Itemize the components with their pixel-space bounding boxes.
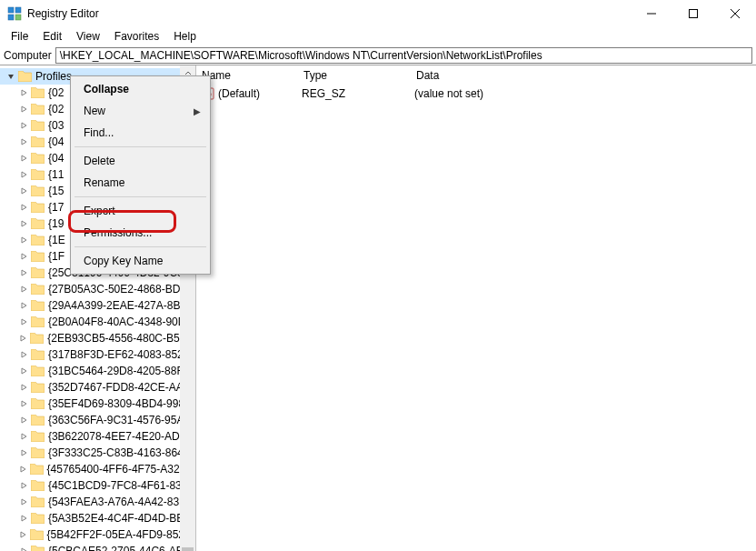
tree-node[interactable]: {2B0A04F8-40AC-4348-90D9 — [0, 314, 195, 330]
tree-node[interactable]: {5A3B52E4-4C4F-4D4D-BED( — [0, 510, 195, 526]
expander-closed-icon[interactable] — [18, 382, 29, 393]
maximize-button[interactable] — [672, 0, 714, 27]
tree-node-label: {31BC5464-29D8-4205-88FD- — [48, 365, 194, 377]
tree-node-label: {3F333C25-C83B-4163-864E- — [48, 446, 194, 459]
tree-node-label: {363C56FA-9C31-4576-95A7- — [48, 414, 194, 426]
list-row[interactable]: ab (Default) REG_SZ (value not set) — [196, 85, 756, 102]
regedit-icon — [7, 6, 22, 21]
svg-rect-1 — [15, 7, 21, 13]
expander-closed-icon[interactable] — [18, 513, 29, 524]
ctx-export[interactable]: Export — [73, 200, 208, 222]
tree-node[interactable]: {5CBCAE52-2705-44C6-AF28 — [0, 543, 195, 551]
folder-icon — [31, 136, 45, 147]
address-path-input[interactable]: \HKEY_LOCAL_MACHINE\SOFTWARE\Microsoft\W… — [55, 47, 752, 64]
tree-node-label: {11 — [48, 168, 64, 181]
minimize-button[interactable] — [631, 0, 672, 27]
menu-edit[interactable]: Edit — [35, 28, 69, 45]
tree-node[interactable]: {363C56FA-9C31-4576-95A7- — [0, 412, 195, 428]
column-type[interactable]: Type — [298, 65, 411, 85]
tree-node-label: {543FAEA3-A76A-4A42-83E0 — [48, 496, 193, 508]
expander-closed-icon[interactable] — [18, 284, 29, 295]
scroll-thumb[interactable] — [182, 547, 194, 551]
expander-closed-icon[interactable] — [18, 316, 29, 327]
expander-closed-icon[interactable] — [18, 185, 29, 196]
expander-closed-icon[interactable] — [18, 104, 29, 115]
ctx-collapse[interactable]: Collapse — [73, 78, 208, 100]
expander-closed-icon[interactable] — [17, 529, 27, 540]
tree-node[interactable]: {543FAEA3-A76A-4A42-83E0 — [0, 494, 195, 510]
ctx-copy-key-name[interactable]: Copy Key Name — [73, 250, 208, 272]
folder-icon — [31, 218, 45, 229]
expander-closed-icon[interactable] — [18, 267, 29, 278]
tree-node[interactable]: {27B05A3C-50E2-4868-BDED — [0, 281, 195, 297]
tree-node-label: {04 — [48, 152, 64, 165]
svg-rect-3 — [15, 15, 21, 20]
folder-icon — [31, 382, 45, 393]
tree-node-label: {03 — [48, 119, 64, 132]
tree-node[interactable]: {3B622078-4EE7-4E20-AD62- — [0, 428, 195, 445]
expander-closed-icon[interactable] — [18, 366, 29, 376]
expander-closed-icon[interactable] — [18, 496, 29, 507]
tree-node[interactable]: {2EB93CB5-4556-480C-B524- — [0, 330, 195, 346]
ctx-separator — [75, 146, 206, 147]
tree-node-label: {04 — [48, 135, 64, 148]
ctx-new[interactable]: New ▶ — [73, 100, 208, 122]
menu-view[interactable]: View — [69, 28, 107, 45]
folder-icon — [31, 104, 45, 115]
expander-closed-icon[interactable] — [18, 169, 29, 180]
folder-icon — [31, 235, 45, 245]
column-data[interactable]: Data — [411, 65, 756, 85]
expander-closed-icon[interactable] — [18, 120, 29, 131]
expander-closed-icon[interactable] — [18, 349, 29, 360]
tree-node[interactable]: {352D7467-FDD8-42CE-AADI — [0, 379, 195, 396]
expander-closed-icon[interactable] — [17, 464, 27, 475]
expander-closed-icon[interactable] — [18, 218, 29, 229]
expander-closed-icon[interactable] — [18, 447, 29, 458]
folder-icon — [31, 87, 45, 98]
expander-closed-icon[interactable] — [18, 333, 29, 344]
window-title: Registry Editor — [27, 7, 99, 20]
tree-node[interactable]: {3F333C25-C83B-4163-864E- — [0, 445, 195, 461]
tree-node[interactable]: {45C1BCD9-7FC8-4F61-83F4 — [0, 477, 195, 494]
expander-open-icon[interactable] — [5, 71, 16, 82]
folder-icon — [31, 398, 45, 409]
ctx-find[interactable]: Find... — [73, 122, 208, 144]
menu-favorites[interactable]: Favorites — [107, 28, 166, 45]
tree-node-label: {27B05A3C-50E2-4868-BDED — [48, 283, 195, 296]
expander-closed-icon[interactable] — [18, 251, 29, 262]
expander-closed-icon[interactable] — [18, 415, 29, 426]
folder-icon — [18, 71, 32, 82]
ctx-permissions[interactable]: Permissions... — [73, 222, 208, 244]
expander-closed-icon[interactable] — [18, 202, 29, 213]
list-pane: Name Type Data ab (Default) REG_SZ (valu… — [196, 65, 756, 551]
tree-node[interactable]: {45765400-4FF6-4F75-A320-8 — [0, 461, 195, 477]
expander-closed-icon[interactable] — [18, 398, 29, 409]
tree-node-label: {5B42FF2F-05EA-4FD9-852A- — [47, 528, 195, 541]
expander-closed-icon[interactable] — [18, 235, 29, 245]
ctx-rename[interactable]: Rename — [73, 172, 208, 194]
expander-closed-icon[interactable] — [18, 87, 29, 98]
tree-node-label: {19 — [48, 217, 64, 230]
folder-icon — [31, 251, 45, 262]
tree-node[interactable]: {29A4A399-2EAE-427A-8B67 — [0, 297, 195, 314]
expander-closed-icon[interactable] — [18, 300, 29, 311]
tree-node[interactable]: {35EF4D69-8309-4BD4-9984- — [0, 396, 195, 412]
expander-closed-icon[interactable] — [18, 136, 29, 147]
ctx-delete[interactable]: Delete — [73, 150, 208, 172]
menu-help[interactable]: Help — [166, 28, 204, 45]
close-button[interactable] — [714, 0, 756, 27]
list-header: Name Type Data — [196, 65, 756, 85]
expander-closed-icon[interactable] — [18, 546, 29, 551]
tree-node[interactable]: {5B42FF2F-05EA-4FD9-852A- — [0, 526, 195, 543]
tree-node[interactable]: {317B8F3D-EF62-4083-852B- — [0, 346, 195, 363]
expander-closed-icon[interactable] — [18, 480, 29, 491]
folder-icon — [31, 202, 45, 213]
folder-icon — [31, 513, 45, 524]
ctx-new-label: New — [84, 105, 105, 117]
menu-file[interactable]: File — [4, 28, 35, 45]
expander-closed-icon[interactable] — [18, 153, 29, 164]
address-label: Computer — [4, 49, 52, 62]
column-name[interactable]: Name — [196, 65, 298, 85]
expander-closed-icon[interactable] — [18, 431, 29, 442]
tree-node[interactable]: {31BC5464-29D8-4205-88FD- — [0, 363, 195, 379]
